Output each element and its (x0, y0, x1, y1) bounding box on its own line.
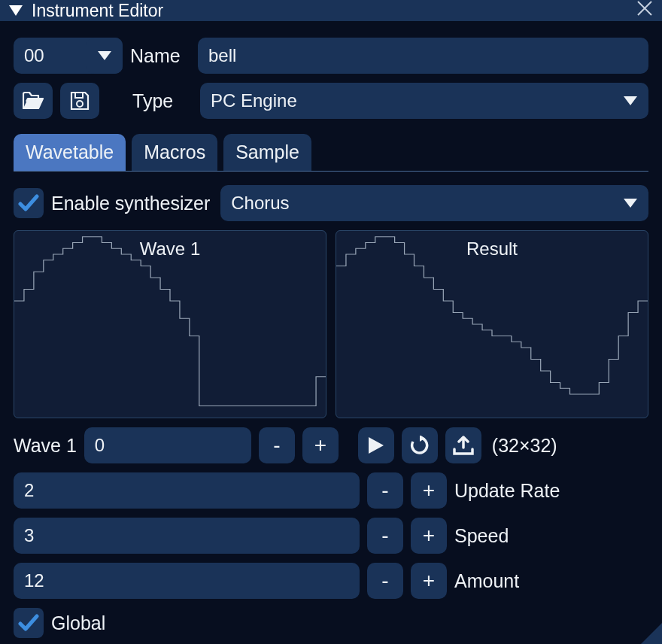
collapse-icon[interactable] (9, 5, 23, 16)
synth-mode-select[interactable]: Chorus (220, 185, 648, 221)
play-icon (369, 437, 384, 454)
update-rate-minus-button[interactable]: - (367, 472, 403, 509)
name-input[interactable] (198, 38, 648, 74)
name-input-field[interactable] (208, 45, 638, 66)
svg-marker-0 (9, 5, 23, 16)
speed-minus-button[interactable]: - (367, 518, 403, 554)
update-rate-label: Update Rate (454, 480, 560, 502)
open-button[interactable] (14, 83, 53, 119)
update-rate-field[interactable] (24, 480, 349, 501)
wave-index-field[interactable] (95, 435, 241, 456)
speed-label: Speed (454, 525, 509, 547)
svg-marker-1 (98, 51, 111, 60)
speed-plus-button[interactable]: + (411, 518, 447, 554)
wave-select-label: Wave 1 (14, 435, 77, 457)
upload-icon (453, 436, 474, 455)
check-icon (18, 194, 39, 212)
amount-minus-button[interactable]: - (367, 563, 403, 599)
speed-input[interactable] (14, 518, 360, 554)
reload-icon (410, 436, 430, 455)
amount-plus-button[interactable]: + (411, 563, 447, 599)
resize-grip-icon[interactable] (641, 623, 662, 644)
svg-marker-8 (641, 623, 662, 644)
tabs: Wavetable Macros Sample (14, 134, 648, 172)
folder-open-icon (23, 92, 44, 110)
synth-mode-value: Chorus (231, 193, 289, 214)
wave1-panel[interactable]: Wave 1 (14, 230, 326, 418)
check-icon (18, 614, 39, 632)
result-panel-title: Result (466, 238, 518, 260)
type-value: PC Engine (211, 90, 297, 111)
wave-dimensions: (32×32) (492, 435, 557, 457)
svg-marker-5 (624, 199, 637, 208)
tab-sample[interactable]: Sample (223, 134, 311, 171)
svg-marker-6 (369, 437, 384, 454)
play-button[interactable] (358, 427, 394, 463)
update-rate-plus-button[interactable]: + (411, 472, 447, 509)
window-title: Instrument Editor (32, 1, 163, 21)
type-select[interactable]: PC Engine (200, 83, 648, 119)
upload-button[interactable] (445, 427, 481, 463)
wave-index-minus-button[interactable]: - (259, 427, 295, 463)
amount-input[interactable] (14, 563, 360, 599)
enable-synth-checkbox[interactable] (14, 188, 44, 218)
tab-wavetable[interactable]: Wavetable (14, 134, 126, 171)
chevron-down-icon (612, 83, 648, 119)
result-panel[interactable]: Result (336, 230, 648, 418)
svg-marker-4 (624, 96, 637, 105)
save-icon (70, 91, 90, 111)
tab-macros[interactable]: Macros (132, 134, 217, 171)
wave-index-plus-button[interactable]: + (302, 427, 339, 463)
save-button[interactable] (60, 83, 99, 119)
close-icon[interactable] (636, 0, 653, 21)
instrument-number-select[interactable]: 00 (14, 38, 123, 74)
name-label: Name (130, 45, 190, 67)
enable-synth-label: Enable synthesizer (51, 193, 210, 214)
global-label: Global (51, 612, 105, 634)
update-rate-input[interactable] (14, 472, 360, 509)
chevron-down-icon (87, 38, 123, 74)
amount-label: Amount (454, 570, 519, 592)
wave-index-input[interactable] (84, 427, 251, 463)
instrument-editor-window: Instrument Editor 00 Name (0, 0, 662, 644)
type-label: Type (132, 90, 193, 112)
chevron-down-icon (612, 185, 648, 221)
svg-point-3 (77, 101, 83, 107)
global-checkbox[interactable] (14, 608, 44, 638)
wave1-panel-title: Wave 1 (140, 238, 200, 260)
instrument-number-value: 00 (24, 45, 44, 66)
speed-field[interactable] (24, 525, 349, 546)
titlebar: Instrument Editor (0, 0, 662, 21)
reload-button[interactable] (402, 427, 438, 463)
amount-field[interactable] (24, 570, 349, 591)
